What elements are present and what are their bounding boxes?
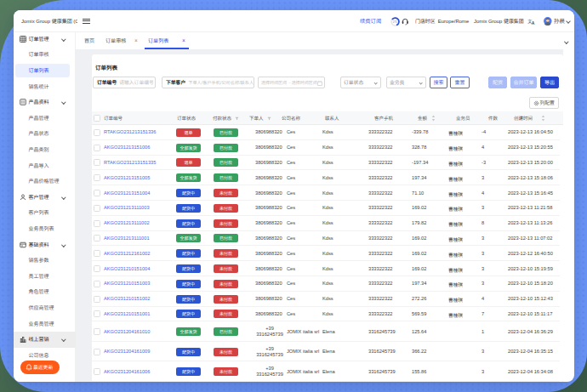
- row-checkbox[interactable]: [94, 205, 100, 212]
- order-id-link[interactable]: AKGO231213111001: [104, 236, 150, 241]
- pay-status-tag: 已付款: [214, 128, 238, 137]
- column-header-创建时间[interactable]: 创建时间: [514, 111, 533, 125]
- row-checkbox[interactable]: [94, 349, 100, 355]
- row-checkbox[interactable]: [94, 129, 100, 136]
- row-checkbox[interactable]: [94, 220, 100, 227]
- column-config-button[interactable]: 列配置: [529, 97, 559, 109]
- order-id-link[interactable]: AKGO231213151004: [104, 190, 150, 196]
- buyer-phone: 3806988320: [255, 251, 282, 256]
- row-checkbox[interactable]: [94, 296, 100, 303]
- contact-name: Kdss: [322, 175, 333, 180]
- sidebar-item-产品类别[interactable]: 产品类别: [14, 142, 76, 158]
- order-id-link[interactable]: AKGO231204161006: [104, 369, 150, 374]
- search-button[interactable]: 搜索: [430, 77, 447, 88]
- subscription-progress-ring: 275: [390, 17, 400, 26]
- item-count: 1: [482, 329, 484, 334]
- order-status-select[interactable]: 订单状态: [340, 77, 381, 88]
- order-id-link[interactable]: AKGO231213151006: [104, 145, 150, 150]
- row-checkbox[interactable]: [94, 281, 100, 287]
- order-id-link[interactable]: AKGO231210151001: [104, 311, 150, 316]
- sidebar-item-订单审核[interactable]: 订单审核: [14, 47, 76, 63]
- sidebar-item-label: 业务员列表: [29, 221, 54, 237]
- chevron-down-icon: [61, 195, 66, 199]
- order-id-link[interactable]: AKGO231213111002: [104, 220, 150, 225]
- sidebar-item-产品状态[interactable]: 产品状态: [14, 126, 76, 142]
- sidebar-item-产品价格管理[interactable]: 产品价格管理: [14, 173, 76, 190]
- column-header-公司名称: 公司名称: [282, 111, 300, 125]
- date-range-picker[interactable]: 选择时间区间 - 选择时间区间: [258, 77, 325, 88]
- sidebar-item-销售统计[interactable]: 销售统计: [14, 79, 76, 95]
- row-checkbox[interactable]: [94, 190, 100, 196]
- support-headset-icon[interactable]: [402, 18, 409, 26]
- row-checkbox[interactable]: [94, 159, 100, 166]
- customer-input[interactable]: 下单客户下单人/客户手机/公司名称/联系人: [162, 77, 254, 88]
- tab-close-icon[interactable]: ×: [182, 32, 185, 49]
- sidebar-item-产品管理[interactable]: 产品管理: [14, 111, 76, 127]
- tab-首页[interactable]: 首页: [84, 32, 94, 49]
- order-id-link[interactable]: AKGO231204161010: [104, 329, 150, 334]
- sidebar-item-label: 客户管理: [29, 190, 49, 206]
- order-id-link[interactable]: AKGO231213111003: [104, 205, 150, 210]
- order-id-link[interactable]: AKGO231210151003: [104, 281, 150, 286]
- buyer-phone: 3806988320: [255, 145, 282, 150]
- sidebar-item-客户管理[interactable]: 客户管理: [14, 190, 76, 206]
- sorter-icon[interactable]: [431, 115, 436, 122]
- company-name: Ces: [287, 175, 295, 180]
- filter-funnel-icon[interactable]: [235, 116, 239, 121]
- order-id-link[interactable]: AKGO231212161002: [104, 251, 150, 256]
- row-checkbox[interactable]: [94, 265, 100, 272]
- renew-subscription-link[interactable]: 续费订阅: [360, 10, 381, 32]
- sidebar-item-销售参数[interactable]: 销售参数: [14, 253, 76, 269]
- row-checkbox[interactable]: [94, 235, 100, 241]
- row-checkbox[interactable]: [94, 368, 100, 375]
- company-name: Ces: [287, 220, 295, 225]
- row-checkbox[interactable]: [94, 145, 100, 151]
- sidebar-item-业务员列表[interactable]: 业务员列表: [14, 221, 76, 237]
- order-status-tag: 配货中: [176, 264, 201, 273]
- row-checkbox[interactable]: [94, 250, 100, 257]
- tab-订单列表[interactable]: 订单列表: [148, 32, 168, 49]
- export-button[interactable]: 导出: [540, 77, 559, 88]
- salesman-select[interactable]: 业务员: [386, 77, 426, 88]
- tab-订单审核[interactable]: 订单审核: [105, 32, 126, 49]
- dispatch-button[interactable]: 配货: [488, 77, 507, 88]
- sidebar-item-产品导入[interactable]: 产品导入: [14, 158, 76, 174]
- customer-phone: 333322322: [368, 311, 392, 316]
- recent-updates-button[interactable]: 最近更新: [20, 361, 60, 374]
- sidebar-item-员工管理[interactable]: 员工管理: [14, 269, 76, 285]
- sidebar-item-客户列表[interactable]: 客户列表: [14, 205, 76, 221]
- user-name[interactable]: 孙晨: [554, 10, 565, 32]
- pay-status-tag: 未付款: [214, 264, 238, 273]
- user-avatar[interactable]: [544, 17, 552, 26]
- sidebar-item-订单管理[interactable]: 订单管理: [14, 31, 76, 48]
- merge-orders-button[interactable]: 合并订单: [510, 77, 537, 88]
- sidebar-item-线上营销[interactable]: 线上营销: [14, 332, 76, 348]
- order-id-link[interactable]: AKGO231210151004: [104, 266, 150, 271]
- order-id-link[interactable]: AKGO231210151002: [104, 296, 150, 301]
- sidebar-item-业务员管理[interactable]: 业务员管理: [14, 316, 76, 332]
- sidebar-item-供应商管理[interactable]: 供应商管理: [14, 300, 76, 316]
- tab-list-caret-icon[interactable]: [564, 39, 568, 43]
- filter-funnel-icon[interactable]: [267, 116, 271, 121]
- row-checkbox[interactable]: [94, 310, 100, 317]
- sidebar-item-角色管理[interactable]: 角色管理: [14, 284, 76, 300]
- column-header-金额[interactable]: 金额: [418, 111, 427, 125]
- customer-phone: 3316245739: [368, 369, 396, 374]
- order-id-link[interactable]: AKGO231213151005: [104, 175, 150, 180]
- language-switch-icon[interactable]: 文 A: [527, 18, 535, 26]
- row-checkbox[interactable]: [94, 328, 100, 335]
- sidebar-item-产品资料[interactable]: 产品资料: [14, 94, 76, 111]
- menu-collapse-icon[interactable]: [83, 19, 90, 25]
- tab-close-icon[interactable]: ×: [134, 32, 138, 49]
- sorter-icon[interactable]: [541, 115, 545, 122]
- sidebar-item-订单列表[interactable]: 订单列表: [14, 63, 76, 79]
- order-id-link[interactable]: AKGO231204161009: [104, 349, 150, 354]
- order-id-link[interactable]: RTAKGO231213151335: [104, 160, 156, 165]
- sidebar-item-基础资料[interactable]: 基础资料: [14, 237, 76, 253]
- row-checkbox[interactable]: [94, 174, 100, 181]
- reset-button[interactable]: 重置: [450, 77, 470, 88]
- table-row: AKGO231210151001配货中未付款3806988320CesKdss3…: [92, 307, 560, 322]
- select-all-checkbox[interactable]: [94, 115, 100, 122]
- order-no-input[interactable]: 订单编号请输入订单编号: [93, 77, 156, 88]
- order-id-link[interactable]: RTAKGO231213151336: [104, 129, 156, 134]
